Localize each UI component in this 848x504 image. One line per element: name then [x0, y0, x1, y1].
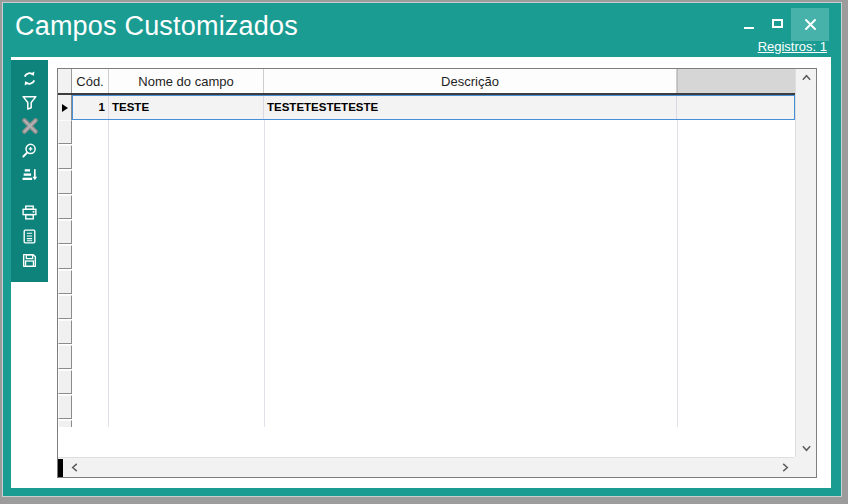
grid-caret	[58, 459, 63, 477]
cell-filler[interactable]	[677, 96, 794, 119]
scroll-right-button[interactable]	[776, 459, 794, 476]
row-indicator-cell	[58, 420, 72, 427]
report-icon	[21, 228, 38, 245]
chevron-left-icon	[70, 462, 79, 473]
save-icon	[21, 252, 38, 269]
row-indicator-cell	[58, 320, 72, 344]
row-indicator-cell	[58, 145, 72, 169]
cell-nome[interactable]: TESTE	[109, 96, 264, 119]
header-filler-cell	[677, 69, 795, 93]
grid-header-row: Cód. Nome do campo Descrição	[58, 69, 795, 95]
minimize-icon	[744, 27, 754, 29]
close-icon	[804, 18, 817, 31]
row-indicator-cell	[58, 370, 72, 394]
window-controls	[735, 8, 829, 41]
table-row: 1 TESTE TESTETESTETESTE	[58, 95, 795, 120]
grid-empty-area	[58, 120, 795, 427]
sort-icon	[21, 166, 38, 183]
zoom-button[interactable]	[16, 138, 44, 162]
row-indicator-cell	[58, 345, 72, 369]
row-indicator-cell	[58, 295, 72, 319]
scroll-left-button[interactable]	[65, 459, 83, 476]
chevron-up-icon	[801, 73, 812, 82]
row-indicator-strip	[58, 120, 72, 427]
row-arrow-icon	[62, 104, 68, 112]
sort-button[interactable]	[16, 162, 44, 186]
row-indicator-cell	[58, 395, 72, 419]
chevron-down-icon	[801, 444, 812, 453]
column-divider	[264, 120, 265, 427]
row-indicator-cell	[58, 220, 72, 244]
content-panel: Cód. Nome do campo Descrição 1 TESTE TES…	[11, 57, 831, 488]
grid-main: Cód. Nome do campo Descrição 1 TESTE TES…	[58, 69, 795, 457]
data-grid: Cód. Nome do campo Descrição 1 TESTE TES…	[57, 68, 817, 478]
registros-link[interactable]: Registros: 1	[758, 39, 827, 54]
row-indicator-cell	[58, 270, 72, 294]
grid-body: 1 TESTE TESTETESTETESTE	[58, 95, 795, 427]
column-divider	[677, 120, 678, 427]
column-header-descricao[interactable]: Descrição	[264, 69, 677, 93]
column-divider	[108, 120, 109, 427]
close-button[interactable]	[791, 8, 829, 41]
app-window: Campos Customizados Registros: 1	[2, 2, 842, 497]
header-indicator-cell	[58, 69, 72, 93]
scroll-up-button[interactable]	[797, 69, 815, 86]
minimize-button[interactable]	[735, 8, 763, 39]
report-button[interactable]	[16, 224, 44, 248]
column-header-cod[interactable]: Cód.	[72, 69, 109, 93]
save-button[interactable]	[16, 248, 44, 272]
current-row-indicator	[58, 95, 72, 120]
selected-row-cells: 1 TESTE TESTETESTETESTE	[72, 95, 795, 120]
column-header-nome[interactable]: Nome do campo	[109, 69, 264, 93]
zoom-icon	[21, 142, 38, 159]
row-indicator-cell	[58, 195, 72, 219]
refresh-icon	[21, 70, 38, 87]
print-button[interactable]	[16, 200, 44, 224]
row-indicator-cell	[58, 120, 72, 144]
maximize-button[interactable]	[763, 8, 791, 39]
toolbar	[11, 60, 48, 282]
filter-icon	[21, 94, 38, 111]
clear-filter-icon	[21, 117, 39, 135]
cell-cod[interactable]: 1	[73, 96, 109, 119]
maximize-icon	[772, 19, 783, 28]
scrollbar-corner	[794, 457, 816, 477]
clear-filter-button[interactable]	[16, 114, 44, 138]
horizontal-scrollbar[interactable]	[58, 457, 794, 477]
row-indicator-cell	[58, 170, 72, 194]
print-icon	[21, 204, 38, 221]
window-title: Campos Customizados	[15, 11, 298, 42]
filter-button[interactable]	[16, 90, 44, 114]
vertical-scrollbar[interactable]	[795, 69, 816, 457]
cell-descricao[interactable]: TESTETESTETESTE	[264, 96, 677, 119]
refresh-button[interactable]	[16, 66, 44, 90]
chevron-right-icon	[781, 462, 790, 473]
row-indicator-cell	[58, 245, 72, 269]
scroll-down-button[interactable]	[797, 440, 815, 457]
